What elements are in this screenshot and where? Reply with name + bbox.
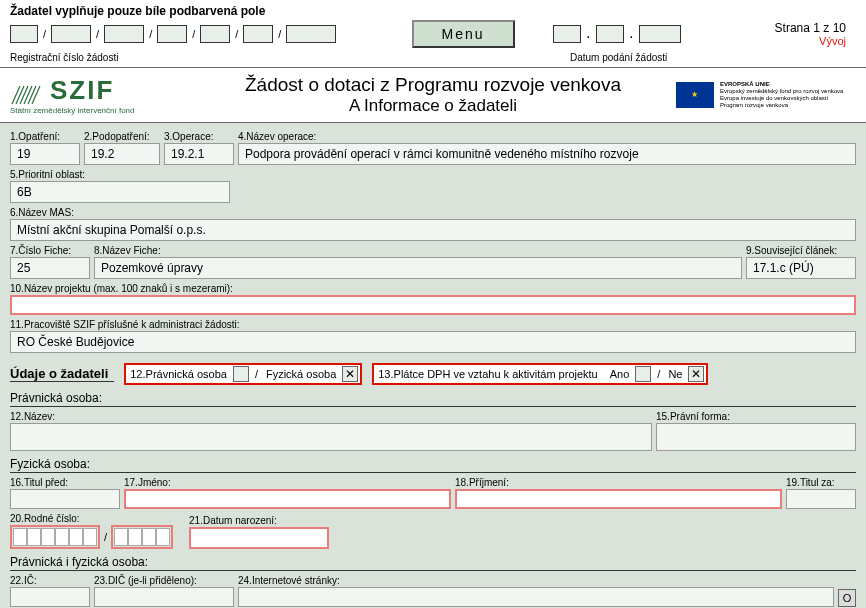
val-5: 6B [10, 181, 230, 203]
val-3: 19.2.1 [164, 143, 234, 165]
lbl-17: 17.Jméno: [124, 475, 451, 489]
under-labels: Registrační číslo žádosti Datum podání ž… [0, 52, 866, 68]
val-15 [656, 423, 856, 451]
lbl-12n: 12.Název: [10, 409, 652, 423]
lbl-6: 6.Název MAS: [10, 205, 856, 219]
field-icon [10, 82, 44, 106]
date-month [596, 25, 624, 43]
form-area: 1.Opatření:19 2.Podopatření:19.2 3.Opera… [0, 123, 866, 608]
reg-part-3 [104, 25, 144, 43]
val-9: 17.1.c (PÚ) [746, 257, 856, 279]
lbl-24: 24.Internetové stránky: [238, 573, 834, 587]
lbl-20: 20.Rodné číslo: [10, 511, 173, 525]
o-button[interactable]: O [838, 589, 856, 607]
date-year [639, 25, 681, 43]
val-10-project-name[interactable] [10, 295, 856, 315]
sub-fyzicka: Fyzická osoba: [10, 457, 856, 473]
lbl-19: 19.Titul za: [786, 475, 856, 489]
check-pravnicka[interactable] [233, 366, 249, 382]
lbl-8: 8.Název Fiche: [94, 243, 742, 257]
sub-pravnicka: Právnická osoba: [10, 391, 856, 407]
lbl-3: 3.Operace: [164, 129, 234, 143]
page-number: Strana 1 z 10 [756, 21, 846, 35]
reg-part-6 [243, 25, 273, 43]
title-line-1: Žádost o dotaci z Programu rozvoje venko… [190, 74, 676, 96]
header-band: SZIF Státní zemědělský intervenční fond … [0, 68, 866, 123]
eu-text: EVROPSKÁ UNIE Evropský zemědělský fond p… [720, 81, 843, 110]
section-applicant: Údaje o žadateli [10, 366, 114, 382]
lbl-15: 15.Právní forma: [656, 409, 856, 423]
title-line-2: A Informace o žadateli [190, 96, 676, 116]
toggle-dph[interactable]: 13.Plátce DPH ve vztahu k aktivitám proj… [372, 363, 708, 385]
lbl-7: 7.Číslo Fiche: [10, 243, 90, 257]
lbl-10: 10.Název projektu (max. 100 znaků i s me… [10, 281, 856, 295]
registration-label: Registrační číslo žádosti [10, 52, 290, 63]
lbl-9: 9.Související článek: [746, 243, 856, 257]
val-16[interactable] [10, 489, 120, 509]
mode-label: Vývoj [756, 35, 846, 47]
lbl-11: 11.Pracoviště SZIF příslušné k administr… [10, 317, 856, 331]
val-24[interactable] [238, 587, 834, 607]
lbl-1: 1.Opatření: [10, 129, 80, 143]
reg-part-7 [286, 25, 336, 43]
reg-part-1 [10, 25, 38, 43]
val-22[interactable] [10, 587, 90, 607]
val-18-surname[interactable] [455, 489, 782, 509]
eu-logo-block: EVROPSKÁ UNIE Evropský zemědělský fond p… [676, 81, 856, 110]
check-dph-no[interactable]: ✕ [688, 366, 704, 382]
eu-flag-icon [676, 82, 714, 108]
szif-subtitle: Státní zemědělský intervenční fond [10, 106, 190, 115]
val-8: Pozemkové úpravy [94, 257, 742, 279]
toggle-legal-person[interactable]: 12.Právnická osoba / Fyzická osoba ✕ [124, 363, 362, 385]
rodne-cislo[interactable]: / [10, 525, 173, 549]
val-11: RO České Budějovice [10, 331, 856, 353]
top-bar: / / / / / / Menu . . Strana 1 z 10 Vývoj [0, 20, 866, 52]
szif-abbr: SZIF [50, 75, 114, 106]
check-fyzicka[interactable]: ✕ [342, 366, 358, 382]
lbl-22: 22.IČ: [10, 573, 90, 587]
val-2: 19.2 [84, 143, 160, 165]
val-6: Místní akční skupina Pomalší o.p.s. [10, 219, 856, 241]
lbl-4: 4.Název operace: [238, 129, 856, 143]
val-17-firstname[interactable] [124, 489, 451, 509]
date-day [553, 25, 581, 43]
val-1: 19 [10, 143, 80, 165]
val-7: 25 [10, 257, 90, 279]
menu-button[interactable]: Menu [412, 20, 515, 48]
lbl-21: 21.Datum narození: [189, 513, 329, 527]
sub-both: Právnická i fyzická osoba: [10, 555, 856, 571]
page-title: Žádost o dotaci z Programu rozvoje venko… [190, 74, 676, 116]
szif-logo: SZIF Státní zemědělský intervenční fond [10, 75, 190, 115]
val-12 [10, 423, 652, 451]
lbl-16: 16.Titul před: [10, 475, 120, 489]
val-19[interactable] [786, 489, 856, 509]
lbl-23: 23.DIČ (je-li přiděleno): [94, 573, 234, 587]
top-instruction: Žadatel vyplňuje pouze bíle podbarvená p… [0, 0, 866, 20]
lbl-2: 2.Podopatření: [84, 129, 160, 143]
check-dph-yes[interactable] [635, 366, 651, 382]
page-indicator: Strana 1 z 10 Vývoj [756, 21, 856, 47]
reg-part-4 [157, 25, 187, 43]
val-23[interactable] [94, 587, 234, 607]
submission-date-label: Datum podání žádosti [570, 52, 667, 63]
reg-part-2 [51, 25, 91, 43]
reg-part-5 [200, 25, 230, 43]
val-4: Podpora provádění operací v rámci komuni… [238, 143, 856, 165]
lbl-18: 18.Příjmení: [455, 475, 782, 489]
lbl-5: 5.Prioritní oblast: [10, 167, 230, 181]
val-21-birthdate[interactable] [189, 527, 329, 549]
